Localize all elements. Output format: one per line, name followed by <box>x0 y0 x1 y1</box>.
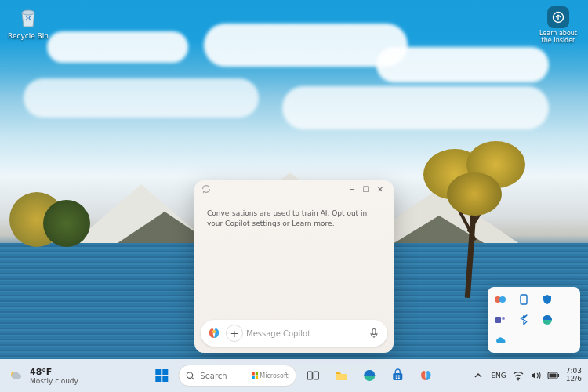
taskbar-center: Microsoft <box>150 364 437 387</box>
svg-rect-25 <box>396 376 397 377</box>
insider-widget-label: Learn about the Insider <box>535 31 582 45</box>
svg-point-29 <box>517 379 519 381</box>
folder-icon <box>335 368 349 383</box>
taskbar-search-input[interactable] <box>200 372 247 380</box>
svg-rect-6 <box>521 295 527 304</box>
taskbar-search[interactable]: Microsoft <box>178 365 296 387</box>
tray-overflow-button[interactable] <box>472 366 485 385</box>
insider-widget-icon <box>547 6 569 28</box>
svg-rect-7 <box>495 317 501 323</box>
svg-point-2 <box>212 330 216 333</box>
recycle-bin-icon <box>16 5 41 30</box>
weather-icon <box>8 367 25 384</box>
weather-temp: 48°F <box>30 367 78 377</box>
recycle-bin-label: Recycle Bin <box>8 32 49 40</box>
tray-security-icon[interactable] <box>541 293 554 306</box>
speaker-icon <box>530 370 541 381</box>
svg-rect-3 <box>372 329 376 335</box>
search-provider-label: Microsoft <box>260 372 288 379</box>
task-view-button[interactable] <box>302 364 325 387</box>
copilot-logo-button[interactable] <box>205 325 223 342</box>
insider-widget[interactable]: Learn about the Insider <box>535 6 582 45</box>
disclaimer-text: . <box>332 220 335 227</box>
battery-icon <box>547 371 560 380</box>
learn-more-link[interactable]: Learn more <box>292 220 332 227</box>
weather-widget[interactable]: 48°F Mostly cloudy <box>0 367 86 385</box>
copilot-titlebar[interactable]: ─ ☐ ✕ <box>194 180 394 198</box>
settings-link[interactable]: settings <box>252 220 281 227</box>
svg-rect-28 <box>398 378 400 379</box>
svg-rect-20 <box>256 376 259 379</box>
microphone-icon <box>368 328 379 339</box>
language-indicator[interactable]: ENG <box>491 372 506 379</box>
copilot-message-input[interactable] <box>246 329 362 338</box>
svg-rect-19 <box>252 376 255 379</box>
svg-rect-32 <box>549 374 556 378</box>
minimize-button[interactable]: ─ <box>345 182 359 196</box>
windows-icon <box>154 368 169 383</box>
desktop[interactable]: Recycle Bin Learn about the Insider ─ ☐ … <box>0 0 588 392</box>
svg-rect-11 <box>155 369 161 375</box>
microsoft-icon <box>252 372 258 379</box>
cycle-icon <box>201 183 212 194</box>
volume-button[interactable] <box>530 370 541 381</box>
system-tray-overflow <box>488 287 580 353</box>
task-view-icon <box>307 368 321 383</box>
svg-rect-27 <box>396 378 397 379</box>
svg-rect-12 <box>162 369 168 375</box>
tray-phone-link-icon[interactable] <box>517 293 530 306</box>
add-button[interactable]: + <box>226 325 243 342</box>
edge-button[interactable] <box>358 364 382 387</box>
taskbar: 48°F Mostly cloudy Microsoft <box>0 359 588 392</box>
svg-rect-26 <box>398 376 400 377</box>
maximize-button[interactable]: ☐ <box>359 182 373 196</box>
copilot-disclaimer: Conversations are used to train AI. Opt … <box>194 198 394 314</box>
wifi-icon <box>513 370 524 381</box>
tray-edge-icon[interactable] <box>541 314 554 326</box>
svg-rect-31 <box>557 374 559 377</box>
svg-rect-13 <box>155 376 161 382</box>
clock-date: 12/6 <box>566 376 582 383</box>
svg-rect-18 <box>256 372 259 376</box>
close-button[interactable]: ✕ <box>373 182 387 196</box>
svg-point-0 <box>22 10 34 15</box>
svg-rect-21 <box>308 372 313 379</box>
tray-bluetooth-icon[interactable] <box>517 314 530 326</box>
svg-rect-22 <box>314 372 319 379</box>
chevron-up-icon <box>474 372 482 379</box>
wallpaper-tree <box>423 149 517 290</box>
copilot-window: ─ ☐ ✕ Conversations are used to train AI… <box>194 180 394 353</box>
network-wifi-button[interactable] <box>513 370 524 381</box>
copilot-taskbar-button[interactable] <box>415 364 438 387</box>
search-provider-badge: Microsoft <box>252 372 288 379</box>
edge-icon <box>363 368 377 383</box>
disclaimer-text: or <box>280 220 292 227</box>
svg-point-8 <box>502 317 505 320</box>
weather-condition: Mostly cloudy <box>30 377 78 385</box>
tray-onedrive-icon[interactable] <box>494 334 506 347</box>
search-icon <box>185 371 195 381</box>
svg-line-16 <box>192 377 194 379</box>
clock-button[interactable]: 7:03 12/6 <box>566 368 582 383</box>
svg-point-5 <box>499 296 506 303</box>
tray-teams-icon[interactable] <box>494 314 506 326</box>
copilot-icon <box>419 368 434 383</box>
plus-icon: + <box>230 328 239 339</box>
svg-rect-24 <box>394 373 403 380</box>
battery-button[interactable] <box>547 371 560 380</box>
store-icon <box>391 368 405 383</box>
tray-copilot-icon[interactable] <box>494 293 506 306</box>
svg-point-15 <box>187 372 192 378</box>
file-explorer-button[interactable] <box>330 364 354 387</box>
copilot-icon <box>207 326 221 340</box>
wallpaper-clouds <box>0 24 588 141</box>
start-button[interactable] <box>150 364 173 387</box>
microphone-button[interactable] <box>365 325 383 342</box>
svg-rect-14 <box>162 376 168 382</box>
copilot-input-bar: + <box>201 320 387 347</box>
store-button[interactable] <box>387 364 410 387</box>
recycle-bin[interactable]: Recycle Bin <box>5 5 52 40</box>
language-label: ENG <box>491 372 506 379</box>
taskbar-right: ENG 7:03 12/6 <box>466 366 588 385</box>
svg-rect-17 <box>252 372 255 376</box>
